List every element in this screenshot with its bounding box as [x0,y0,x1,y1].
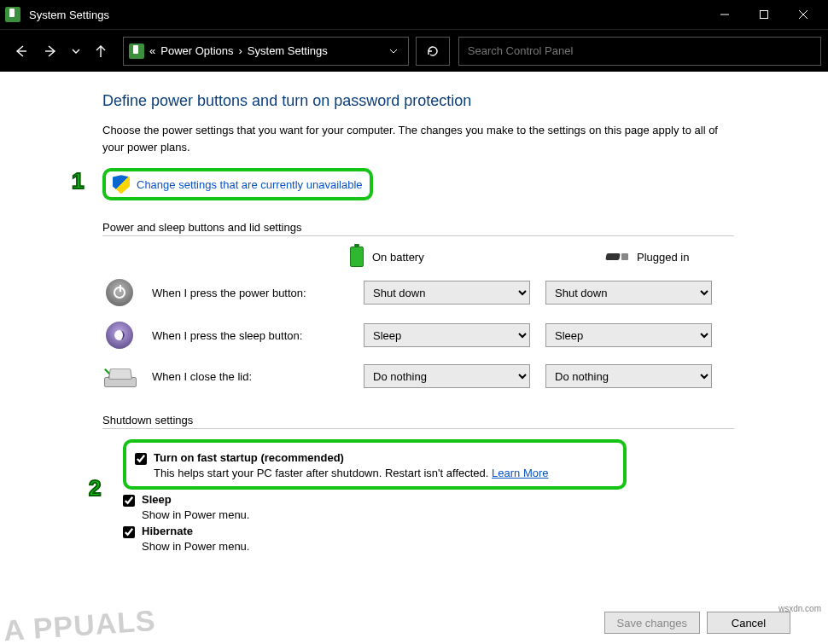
footer-buttons: Save changes Cancel [604,612,790,634]
watermark-site: wsxdn.com [778,604,821,613]
breadcrumb-item-power-options[interactable]: Power Options [160,44,233,57]
section-shutdown-title: Shutdown settings [102,414,734,429]
laptop-lid-icon: ↘ [104,365,135,387]
hibernate-description: Show in Power menu. [142,540,785,553]
checkbox-row-sleep: Sleep [123,493,785,507]
sleep-checkbox[interactable] [123,495,135,507]
content-area: Define power buttons and turn on passwor… [0,72,828,553]
shutdown-section: Shutdown settings Turn on fast startup (… [102,414,785,553]
learn-more-link[interactable]: Learn More [492,467,548,479]
plug-icon [606,251,628,263]
window-maximize-button[interactable] [744,0,784,29]
breadcrumb-bar[interactable]: « Power Options › System Settings [123,37,409,66]
refresh-button[interactable] [416,37,450,66]
lid-plugged-select[interactable]: Do nothing [545,364,712,388]
nav-back-button[interactable] [7,38,34,65]
uac-shield-icon [113,175,130,194]
annotation-2: 2 [89,475,101,502]
lid-battery-select[interactable]: Do nothing [364,364,530,388]
battery-icon [350,247,364,267]
sleep-button-battery-select[interactable]: Sleep [364,323,530,347]
window-controls [705,0,823,29]
nav-forward-button[interactable] [38,38,65,65]
fast-startup-checkbox[interactable] [135,453,147,465]
section-buttons-lid-title: Power and sleep buttons and lid settings [102,221,734,236]
app-icon [5,7,20,22]
watermark-brand: A PPUALS [3,606,156,639]
sleep-description: Show in Power menu. [142,508,785,521]
window-close-button[interactable] [784,0,823,29]
change-settings-link[interactable]: Change settings that are currently unava… [137,178,363,191]
row-lid: ↘ When I close the lid: Do nothing Do no… [102,364,785,388]
sleep-button-plugged-select[interactable]: Sleep [545,323,712,347]
breadcrumb-chevron-left-icon: « [149,44,155,57]
power-button-plugged-select[interactable]: Shut down [545,281,712,305]
fast-startup-label: Turn on fast startup (recommended) [154,451,344,464]
window-minimize-button[interactable] [705,0,744,29]
title-bar: System Settings [0,0,828,29]
breadcrumb-dropdown-icon[interactable] [384,46,403,56]
column-on-battery: On battery [350,247,512,267]
row-lid-label: When I close the lid: [152,370,348,383]
checkbox-row-fast-startup: Turn on fast startup (recommended) [135,451,615,465]
power-button-icon [106,279,133,306]
fast-startup-description: This helps start your PC faster after sh… [154,467,615,479]
refresh-icon [426,44,440,58]
breadcrumb-app-icon [129,44,144,59]
page-title: Define power buttons and turn on passwor… [102,92,785,110]
change-settings-link-container: Change settings that are currently unava… [102,168,373,200]
column-headers: On battery Plugged in [350,247,785,267]
column-on-battery-label: On battery [372,251,424,264]
row-power-button: When I press the power button: Shut down… [102,279,785,306]
search-input[interactable] [458,37,821,66]
nav-history-dropdown[interactable] [68,38,84,65]
page-description: Choose the power settings that you want … [102,122,734,156]
window-title: System Settings [29,9,705,21]
hibernate-checkbox[interactable] [123,526,135,538]
fast-startup-highlight: Turn on fast startup (recommended) This … [123,439,627,490]
hibernate-label: Hibernate [142,525,193,537]
annotation-1: 1 [72,168,84,194]
toolbar: « Power Options › System Settings [0,29,828,72]
sleep-label: Sleep [142,493,172,506]
power-button-battery-select[interactable]: Shut down [364,281,530,305]
checkbox-row-hibernate: Hibernate [123,525,785,538]
column-plugged-in-label: Plugged in [637,251,689,264]
sleep-button-icon [106,322,133,349]
cancel-button[interactable]: Cancel [707,612,790,634]
save-changes-button: Save changes [604,612,700,634]
row-sleep-button: When I press the sleep button: Sleep Sle… [102,322,785,349]
row-sleep-button-label: When I press the sleep button: [152,329,348,342]
row-power-button-label: When I press the power button: [152,287,348,299]
column-plugged-in: Plugged in [606,251,768,264]
breadcrumb-separator-icon: › [239,44,242,57]
svg-rect-1 [761,11,768,19]
nav-up-button[interactable] [87,38,114,65]
breadcrumb-item-system-settings[interactable]: System Settings [248,44,328,57]
